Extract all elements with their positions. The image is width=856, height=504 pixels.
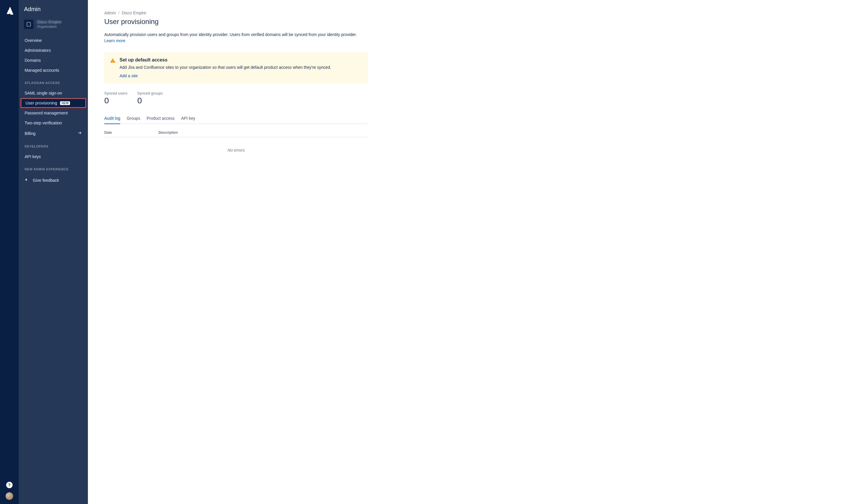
stat-value: 0 [104,96,127,105]
sidebar-item-give-feedback[interactable]: Give feedback [19,175,88,186]
tab-product-access[interactable]: Product access [147,114,175,124]
sidebar-heading-developers: DEVELOPERS [19,141,88,150]
svg-rect-11 [113,62,113,62]
sidebar-item-label: SAML single sign-on [24,91,62,95]
stat-synced-groups: Synced groups 0 [137,91,163,105]
breadcrumb: Admin / Disco Empire [104,11,840,15]
global-rail: ? [0,0,19,504]
new-badge: NEW [60,101,70,105]
intro-text: Automatically provision users and groups… [104,32,368,44]
sidebar-item-label: User provisioning [25,101,57,105]
stat-label: Synced groups [137,91,163,95]
col-date: Date [104,130,158,134]
stat-synced-users: Synced users 0 [104,91,127,105]
tab-api-key[interactable]: API key [181,114,195,124]
sidebar-item-user-provisioning[interactable]: User provisioning NEW [20,98,86,108]
sidebar-title: Admin [19,6,88,18]
table-empty-state: No errors [104,137,368,163]
sidebar-item-label: Domains [24,58,41,62]
sidebar-heading-access: ATLASSIAN ACCESS [19,77,88,86]
stats-row: Synced users 0 Synced groups 0 [104,91,840,105]
sidebar-item-label: Managed accounts [24,68,59,73]
sidebar-item-domains[interactable]: Domains [19,55,88,65]
svg-rect-0 [27,22,31,26]
sidebar-item-label: Overview [24,38,41,43]
learn-more-link[interactable]: Learn more [104,38,125,43]
sidebar-item-api-keys[interactable]: API keys [19,151,88,162]
sidebar-item-label: Administrators [24,48,51,53]
sidebar-item-label: Two-step verification [24,121,62,125]
arrow-right-icon [77,130,82,136]
org-subtitle: Organization [37,24,61,29]
sidebar-item-password-management[interactable]: Password management [19,108,88,118]
stat-value: 0 [137,96,163,105]
sidebar-item-label: Password management [24,111,68,115]
breadcrumb-separator: / [118,11,120,15]
tab-audit-log[interactable]: Audit log [104,114,120,124]
sidebar-item-administrators[interactable]: Administrators [19,46,88,55]
add-site-link[interactable]: Add a site [120,73,138,78]
org-name: Disco Empire [37,20,61,24]
sidebar-heading-new-admin: NEW ADMIN EXPERIENCE [19,163,88,173]
audit-log-table: Date Description No errors [104,128,368,163]
atlassian-logo-icon[interactable] [5,6,14,16]
svg-rect-10 [113,60,113,61]
sidebar-item-label: Give feedback [33,178,59,183]
tab-groups[interactable]: Groups [126,114,140,124]
sidebar-item-billing[interactable]: Billing [19,128,88,139]
page-title: User provisioning [104,18,840,26]
sidebar-item-saml[interactable]: SAML single sign-on [19,88,88,98]
main-content: Admin / Disco Empire User provisioning A… [88,0,856,504]
breadcrumb-current[interactable]: Disco Empire [122,11,146,15]
warning-banner: Set up default access Add Jira and Confl… [104,52,368,84]
sidebar: Admin Disco Empire Organization Overview… [19,0,88,504]
help-icon[interactable]: ? [6,482,13,488]
sidebar-item-managed-accounts[interactable]: Managed accounts [19,65,88,75]
banner-title: Set up default access [120,57,331,62]
sidebar-item-two-step[interactable]: Two-step verification [19,118,88,128]
user-avatar[interactable] [5,492,13,500]
sidebar-item-overview[interactable]: Overview [19,35,88,46]
building-icon [24,20,33,29]
stat-label: Synced users [104,91,127,95]
sidebar-item-label: Billing [24,131,35,136]
breadcrumb-root[interactable]: Admin [104,11,116,15]
col-description: Description [158,130,368,134]
banner-body: Add Jira and Confluence sites to your or… [120,65,331,71]
warning-icon [110,57,116,78]
sidebar-item-label: API keys [24,154,41,159]
table-header: Date Description [104,128,368,137]
tabs: Audit log Groups Product access API key [104,114,368,124]
org-switcher[interactable]: Disco Empire Organization [19,18,88,34]
megaphone-icon [24,177,30,183]
